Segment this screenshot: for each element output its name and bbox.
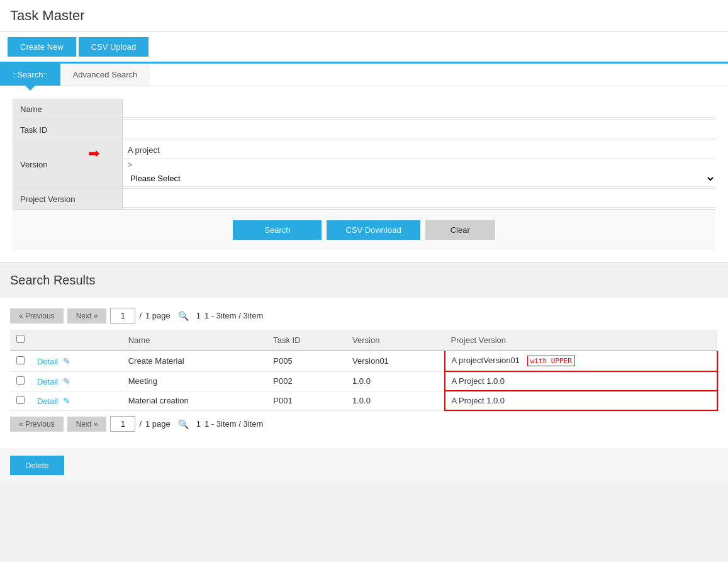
current-item-bottom: 1 <box>196 419 201 429</box>
table-row: Detail ✎ Meeting P002 1.0.0 A Project 1.… <box>10 371 717 391</box>
row1-detail-button[interactable]: Detail <box>37 357 58 366</box>
row2-name: Meeting <box>122 371 267 391</box>
results-area: « Previous Next » / 1 page 🔍 1 1 - 3item… <box>0 298 728 448</box>
upper-badge: with UPPER <box>527 356 575 366</box>
label-version: Version <box>13 140 123 188</box>
item-range-top: 1 - 3item / 3item <box>204 311 263 320</box>
version-text-value: A project <box>123 142 715 159</box>
total-pages-top: 1 page <box>145 311 171 320</box>
table-row: Detail ✎ Create Material P005 Version01 … <box>10 351 717 371</box>
clear-button[interactable]: Clear <box>425 220 495 240</box>
field-version: ➡ A project > Please Select Version01 1.… <box>123 140 715 188</box>
label-project-version: Project Version <box>13 189 123 209</box>
csv-upload-button[interactable]: CSV Upload <box>79 37 149 57</box>
row3-task-id: P001 <box>267 391 346 410</box>
col-header-task-id: Task ID <box>267 330 346 351</box>
label-name: Name <box>13 99 123 119</box>
search-button[interactable]: Search <box>233 220 322 240</box>
page-separator-bottom: / <box>139 419 142 429</box>
prev-button-top[interactable]: « Previous <box>10 308 64 323</box>
row2-project-version: A Project 1.0.0 <box>445 371 717 391</box>
col-header-version: Version <box>346 330 445 351</box>
select-all-checkbox[interactable] <box>16 335 25 343</box>
col-header-name: Name <box>122 330 267 351</box>
row3-checkbox-cell <box>10 391 31 410</box>
pagination-top: « Previous Next » / 1 page 🔍 1 1 - 3item… <box>10 308 718 323</box>
current-item-top: 1 <box>196 311 201 320</box>
total-pages-bottom: 1 page <box>145 419 171 429</box>
next-button-bottom[interactable]: Next » <box>67 417 107 432</box>
toolbar: Create New CSV Upload <box>0 32 728 64</box>
field-name <box>123 99 715 119</box>
page-input-top[interactable] <box>110 308 135 323</box>
row1-task-id: P005 <box>267 351 346 371</box>
app-title: Task Master <box>0 0 728 32</box>
label-task-id: Task ID <box>13 120 123 140</box>
row3-actions: Detail ✎ <box>31 391 122 410</box>
row1-edit-icon[interactable]: ✎ <box>63 356 70 366</box>
row1-checkbox[interactable] <box>16 356 25 364</box>
project-version-input[interactable] <box>123 190 715 208</box>
col-header-checkbox <box>10 330 31 351</box>
row1-project-version: A projectVersion01 with UPPER <box>445 351 717 371</box>
row1-actions: Detail ✎ <box>31 351 122 371</box>
row3-name: Material creation <box>122 391 267 410</box>
version-gt-symbol: > <box>123 159 715 171</box>
col-header-project-version: Project Version <box>445 330 717 351</box>
field-project-version <box>123 189 715 209</box>
search-form: Name Task ID Version ➡ A project > Pleas… <box>0 86 728 263</box>
results-title: Search Results <box>0 263 728 298</box>
form-actions: Search CSV Download Clear <box>13 210 715 250</box>
row3-version: 1.0.0 <box>346 391 445 410</box>
page-input-bottom[interactable] <box>110 416 135 432</box>
tab-advanced-search[interactable]: Advanced Search <box>60 64 150 86</box>
row2-task-id: P002 <box>267 371 346 391</box>
table-header-row: Name Task ID Version Project Version <box>10 330 717 351</box>
table-row: Detail ✎ Material creation P001 1.0.0 A … <box>10 391 717 410</box>
item-range-bottom: 1 - 3item / 3item <box>204 419 263 429</box>
form-row-version: Version ➡ A project > Please Select Vers… <box>13 140 715 189</box>
task-id-input[interactable] <box>123 121 715 138</box>
row2-checkbox[interactable] <box>16 376 25 385</box>
field-task-id <box>123 120 715 140</box>
next-button-top[interactable]: Next » <box>67 308 107 323</box>
row2-detail-button[interactable]: Detail <box>37 377 58 386</box>
col-header-actions <box>31 330 122 351</box>
form-row-project-version: Project Version <box>13 189 715 210</box>
row3-checkbox[interactable] <box>16 396 25 404</box>
row2-checkbox-cell <box>10 371 31 391</box>
create-new-button[interactable]: Create New <box>8 37 76 57</box>
prev-button-bottom[interactable]: « Previous <box>10 417 64 432</box>
page-search-icon-bottom[interactable]: 🔍 <box>174 418 193 430</box>
row3-edit-icon[interactable]: ✎ <box>63 396 70 406</box>
row2-actions: Detail ✎ <box>31 371 122 391</box>
row2-version: 1.0.0 <box>346 371 445 391</box>
delete-button[interactable]: Delete <box>10 456 64 475</box>
row1-checkbox-cell <box>10 351 31 371</box>
form-row-task-id: Task ID <box>13 120 715 140</box>
tab-search[interactable]: ::Search:: <box>0 64 60 86</box>
name-input[interactable] <box>123 100 715 118</box>
row3-detail-button[interactable]: Detail <box>37 396 58 406</box>
page-separator-top: / <box>139 311 142 320</box>
version-select[interactable]: Please Select Version01 1.0.0 <box>123 171 715 187</box>
row1-name: Create Material <box>122 351 267 371</box>
row1-version: Version01 <box>346 351 445 371</box>
delete-section: Delete <box>0 448 728 483</box>
tabs-bar: ::Search:: Advanced Search <box>0 64 728 86</box>
pagination-bottom: « Previous Next » / 1 page 🔍 1 1 - 3item… <box>10 416 718 432</box>
results-table: Name Task ID Version Project Version Det… <box>10 330 718 411</box>
row3-project-version: A Project 1.0.0 <box>445 391 717 410</box>
row2-edit-icon[interactable]: ✎ <box>63 376 70 386</box>
page-search-icon-top[interactable]: 🔍 <box>174 310 193 322</box>
form-row-name: Name <box>13 99 715 120</box>
csv-download-button[interactable]: CSV Download <box>327 220 420 240</box>
